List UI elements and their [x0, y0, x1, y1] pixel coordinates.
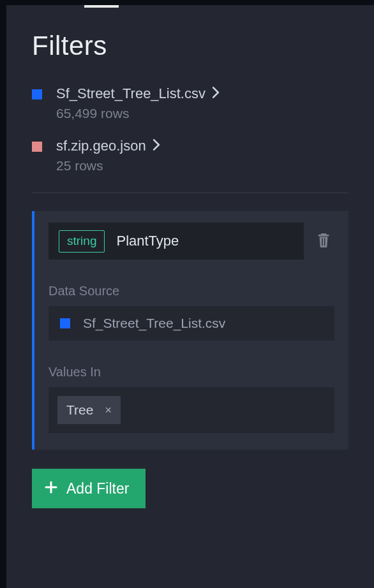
- plus-icon: [45, 480, 57, 497]
- value-chip-label: Tree: [66, 402, 93, 418]
- dataset-list: Sf_Street_Tree_List.csv 65,499 rows sf.z…: [32, 85, 348, 173]
- value-chip: Tree ×: [57, 396, 121, 424]
- filter-field-select[interactable]: string PlantType: [49, 223, 304, 260]
- filter-card: string PlantType Data Source Sf_Street_T…: [32, 211, 348, 450]
- dataset-name: Sf_Street_Tree_List.csv: [56, 85, 206, 102]
- dataset-row-count: 65,499 rows: [56, 106, 348, 121]
- dataset-item[interactable]: Sf_Street_Tree_List.csv 65,499 rows: [32, 85, 348, 121]
- dataset-name-row: Sf_Street_Tree_List.csv: [56, 85, 348, 102]
- values-in-label: Values In: [49, 365, 334, 379]
- panel-title: Filters: [32, 31, 348, 61]
- dataset-text: sf.zip.geo.json 25 rows: [56, 138, 348, 173]
- field-type-badge: string: [59, 230, 105, 253]
- add-filter-button[interactable]: Add Filter: [32, 469, 146, 508]
- dataset-name-row: sf.zip.geo.json: [56, 138, 348, 154]
- dataset-color-swatch: [32, 89, 42, 99]
- remove-chip-button[interactable]: ×: [105, 404, 112, 416]
- data-source-label: Data Source: [49, 284, 334, 298]
- close-icon: ×: [105, 404, 112, 416]
- delete-filter-button[interactable]: [313, 228, 334, 254]
- dataset-row-count: 25 rows: [56, 158, 348, 173]
- chevron-right-icon: [153, 139, 160, 153]
- data-source-select[interactable]: Sf_Street_Tree_List.csv: [49, 306, 334, 341]
- field-name: PlantType: [116, 233, 179, 249]
- dataset-text: Sf_Street_Tree_List.csv 65,499 rows: [56, 85, 348, 121]
- dataset-item[interactable]: sf.zip.geo.json 25 rows: [32, 138, 348, 173]
- data-source-name: Sf_Street_Tree_List.csv: [83, 316, 225, 331]
- add-filter-label: Add Filter: [66, 480, 129, 497]
- dataset-name: sf.zip.geo.json: [56, 138, 146, 154]
- trash-icon: [317, 239, 331, 250]
- dataset-color-swatch: [32, 142, 42, 152]
- filter-field-row: string PlantType: [49, 223, 334, 260]
- chevron-right-icon: [212, 87, 220, 101]
- filters-panel: Filters Sf_Street_Tree_List.csv 65,499 r…: [6, 5, 374, 588]
- values-in-input[interactable]: Tree ×: [49, 387, 334, 433]
- divider: [32, 193, 348, 193]
- data-source-color-swatch: [60, 318, 70, 328]
- active-tab-indicator: [84, 5, 119, 8]
